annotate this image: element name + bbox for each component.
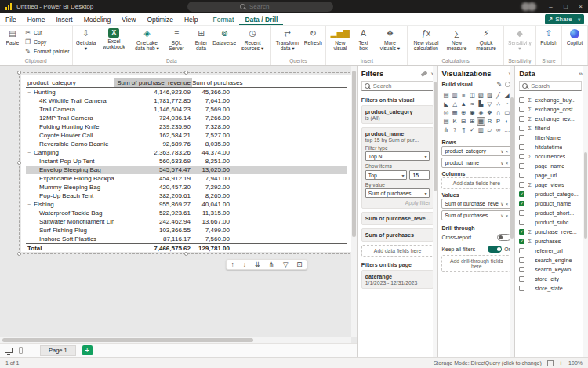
menu-tab-view[interactable]: View [116,13,141,25]
copy-button[interactable]: ❐Copy [24,38,70,46]
menu-tab-home[interactable]: Home [22,13,51,25]
field-checkbox[interactable]: ✓ [519,191,524,197]
field-pill[interactable]: product_name∨× [441,158,511,168]
add-data-fields-dropzone[interactable]: Add data fields here [361,245,434,257]
matrix-row[interactable]: 4K Wildlife Trail Camera1,781,772.857,64… [26,97,347,105]
matrix-row[interactable]: Inshore Soft Plastics87,116.177,560.00 [26,235,347,243]
field-checkbox[interactable] [519,154,524,159]
menu-tab-help[interactable]: Help [179,13,203,25]
field-checkbox[interactable] [519,107,524,112]
field-pill[interactable]: Sum of purchases∨× [441,210,511,220]
zoom-in-button[interactable]: + [559,359,563,367]
excel-workbook-button[interactable]: XExcel workbook [98,27,129,51]
decomposition-tree-icon[interactable]: ⋔ [441,126,450,134]
gauge-icon[interactable]: ∩ [494,108,503,117]
menu-tab-insert[interactable]: Insert [50,13,78,25]
chevron-down-icon[interactable]: ∨ [500,201,503,206]
donut-chart-icon[interactable]: ◎ [441,108,450,117]
filters-search-input[interactable] [373,82,431,89]
account-avatars[interactable] [524,2,536,11]
scrollbar-thumb[interactable] [352,71,356,237]
recent-sources-button[interactable]: ◷Recent sources ▾ [237,27,268,53]
chevron-down-icon[interactable]: ∨ [500,213,503,218]
funnel-chart-icon[interactable]: ▽ [485,100,494,108]
fit-to-page-icon[interactable] [547,360,554,366]
matrix-row[interactable]: Reversible Camo Beanie92,689.768,035.00 [26,140,347,148]
field-pill[interactable]: product_category∨× [441,146,511,156]
sql-server-button[interactable]: ≡SQL Server [164,27,188,53]
scrollbar-thumb[interactable] [2,338,253,342]
enter-data-button[interactable]: ⊞Enter data [191,27,212,53]
show-items-count-field[interactable] [409,170,430,180]
field-list-item[interactable]: ✓product_catego... [519,189,582,199]
transform-data-button[interactable]: ⇄Transform data ▾ [274,27,301,53]
storage-mode-label[interactable]: Storage Mode: DirectQuery (click to chan… [434,360,542,366]
map-icon[interactable]: ⊕ [459,108,468,117]
report-canvas[interactable]: product_category Sum of purchase_revenue… [0,66,357,343]
qa-icon[interactable]: ? [451,126,459,134]
remove-field-icon[interactable]: × [506,149,509,154]
data-search-box[interactable] [519,81,582,91]
eraser-icon[interactable] [421,71,428,77]
kpi-icon[interactable]: K [451,117,459,126]
resize-handle[interactable] [184,252,188,256]
matrix-icon[interactable]: ▦ [477,117,485,126]
chevron-down-icon[interactable]: ∨ [500,148,503,154]
menu-tab-format[interactable]: Format [207,13,239,25]
ribbon-chart-icon[interactable]: ≈ [468,100,477,108]
field-list-item[interactable]: store_state [519,283,582,293]
field-list-item[interactable]: Σpage_views [519,180,582,189]
page-tab[interactable]: Page 1 [40,345,76,356]
field-list-item[interactable]: product_subc... [519,217,582,227]
field-list-item[interactable]: product_short... [519,208,582,217]
add-page-button[interactable]: + [82,345,93,355]
maximize-button[interactable]: □ [558,0,573,13]
filter-card-product-name[interactable]: product_name top 15 by Sum of pur... Fil… [361,127,434,209]
column-header-sum-of-purchase-revenue[interactable]: Sum of purchase_revenue [114,78,192,87]
canvas-vertical-scrollbar[interactable] [351,66,357,337]
field-list-item[interactable]: Σoccurrences [519,151,582,161]
field-list-item[interactable]: store_city [519,274,582,283]
remove-field-icon[interactable]: × [506,202,509,206]
field-list-item[interactable]: search_keywo... [519,264,582,274]
collapse-icon[interactable]: − [27,202,34,208]
matrix-row[interactable]: Surf Fishing Plug103,366.557,499.00 [26,226,347,235]
field-checkbox[interactable] [519,97,524,103]
field-pill[interactable]: Sum of purchase_reve...∨× [441,199,511,209]
stacked-column-100-icon[interactable]: ▨ [485,91,494,100]
go-to-next-level-icon[interactable]: ⇊ [255,261,260,268]
resize-handle[interactable] [17,252,21,256]
matrix-row[interactable]: Mummy Sleeping Bag420,457.307,292.00 [26,183,347,191]
clustered-bar-chart-icon[interactable]: ≡ [459,91,468,100]
by-value-dropdown[interactable]: Sum of purchases▾ [365,188,430,198]
filters-search-box[interactable] [361,81,434,91]
menu-tab-file[interactable]: File [0,13,22,25]
data-pane-scrollbar[interactable] [583,66,588,357]
field-checkbox[interactable] [519,144,524,150]
field-list-item[interactable]: page_url [519,170,582,180]
stacked-column-chart-icon[interactable]: ▥ [451,91,459,100]
sensitivity-button[interactable]: ◆Sensitivity ▾ [506,27,533,53]
matrix-row[interactable]: −Fishing955,869.2740,041.00 [26,200,347,209]
field-checkbox[interactable] [519,220,524,225]
collapse-icon[interactable]: − [27,89,34,96]
matrix-row[interactable]: −Camping2,363,783.2644,374.00 [26,148,347,157]
field-checkbox[interactable] [519,276,524,282]
dataverse-button[interactable]: ⊚Dataverse [214,27,236,53]
remove-field-icon[interactable]: × [506,161,509,166]
scatter-chart-icon[interactable]: ∴ [494,100,503,108]
cut-button[interactable]: ✂Cut [24,28,70,37]
column-header-sum-of-purchases[interactable]: Sum of purchases [192,78,231,87]
refresh-button[interactable]: ↻Refresh [303,27,323,53]
stacked-bar-chart-icon[interactable]: ▤ [441,91,450,100]
line-stacked-column-icon[interactable]: △ [451,100,459,108]
field-list-item[interactable]: Σfilterid [519,123,582,133]
field-checkbox[interactable] [519,126,524,131]
filter-type-dropdown[interactable]: Top N▾ [365,151,430,161]
new-measure-button[interactable]: ∑New measure [443,27,470,53]
global-search-input[interactable] [249,3,281,10]
matrix-visual[interactable]: product_category Sum of purchase_revenue… [19,72,354,254]
focus-mode-icon[interactable]: ⊡ [296,261,302,268]
mobile-view-icon[interactable] [19,347,23,354]
quick-measure-button[interactable]: ⚡Quick measure [472,27,501,53]
